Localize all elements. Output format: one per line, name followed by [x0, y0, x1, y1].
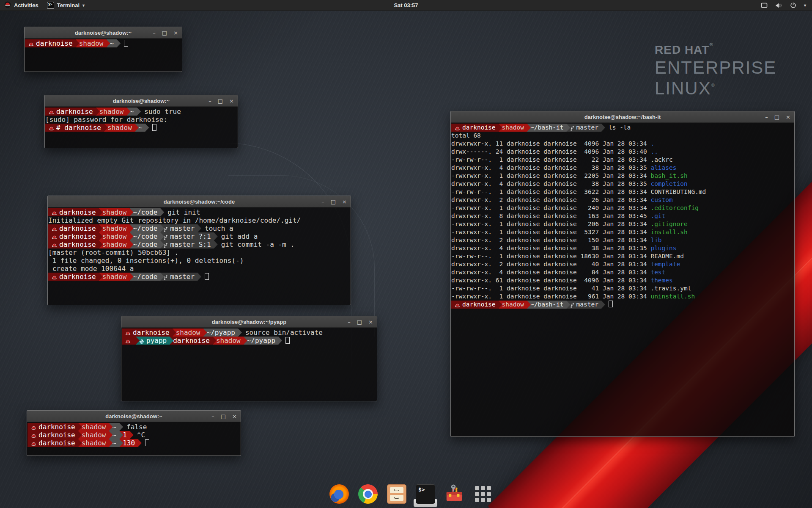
- minimize-button[interactable]: –: [348, 319, 351, 325]
- power-icon[interactable]: [790, 2, 796, 8]
- file-row: drwxrwxr-x. 2 darknoise darknoise 150 Ja…: [451, 236, 794, 244]
- terminal-content[interactable]: darknoiseshadow~/codegit initInitialized…: [48, 207, 351, 281]
- logo-brand: RED HAT: [655, 43, 709, 56]
- close-button[interactable]: ×: [786, 114, 790, 120]
- prompt-segment-user: darknoise: [27, 431, 82, 439]
- minimize-button[interactable]: –: [211, 414, 214, 419]
- terminal-window-code: darknoise@shadow:~/code –□× darknoisesha…: [47, 196, 351, 305]
- titlebar[interactable]: darknoise@shadow:~ –□×: [25, 27, 182, 39]
- prompt-segment-git: master: [567, 301, 605, 309]
- app-grid-icon: [473, 484, 493, 504]
- maximize-button[interactable]: □: [357, 319, 362, 325]
- volume-icon[interactable]: [775, 3, 782, 8]
- minimize-button[interactable]: –: [321, 199, 324, 204]
- terminal-mini-icon: $>: [47, 2, 54, 9]
- terminal-content[interactable]: darknoiseshadow~/bash-itmasterls -latota…: [451, 123, 794, 309]
- dock-files[interactable]: [387, 484, 406, 504]
- hat-icon: [455, 124, 460, 132]
- file-name: lib: [650, 237, 661, 243]
- file-name: custom: [650, 196, 672, 203]
- file-row: drwxrwxr-x. 2 darknoise darknoise 26 Jan…: [451, 196, 794, 204]
- prompt-line: darknoiseshadow~sudo true: [45, 108, 237, 116]
- file-name: .editorconfig: [650, 204, 699, 211]
- prompt-segment-git: master: [567, 124, 605, 132]
- file-name: install.sh: [650, 229, 687, 235]
- prompt-segment-user: darknoise: [451, 124, 502, 132]
- system-tray: ▾: [761, 0, 812, 11]
- prompt-segment-shadow: shadow: [96, 108, 131, 116]
- hat-icon: [31, 423, 36, 431]
- terminal-content[interactable]: darknoiseshadow~falsedarknoiseshadow~1^C…: [27, 422, 241, 447]
- logo-line3: LINUX: [655, 78, 711, 98]
- titlebar[interactable]: darknoise@shadow:~/bash-it –□×: [451, 111, 794, 123]
- maximize-button[interactable]: □: [774, 114, 779, 120]
- file-name: template: [650, 261, 680, 268]
- hat-icon: [125, 329, 131, 337]
- titlebar[interactable]: darknoise@shadow:~ –□×: [27, 411, 241, 422]
- prompt-line: # darknoiseshadow~: [45, 124, 237, 132]
- top-bar: Activities $> Terminal ▾ Sat 03:57 ▾: [0, 0, 812, 11]
- prompt-segment-user: darknoise: [48, 240, 103, 248]
- command-text: git add a: [214, 232, 258, 240]
- file-row: -rwxrwxr-x. 1 darknoise darknoise 206 Ja…: [451, 220, 794, 228]
- prompt-line: darknoiseshadow~/codemastertouch a: [48, 224, 350, 232]
- prompt-segment-path: ~/code: [130, 273, 165, 281]
- close-button[interactable]: ×: [229, 98, 234, 104]
- minimize-button[interactable]: –: [153, 30, 156, 36]
- terminal-window-pyapp: darknoise@shadow:~/pyapp –□× darknoisesh…: [121, 316, 377, 401]
- prompt-segment-shadow: shadow: [173, 329, 207, 337]
- activities-button[interactable]: Activities: [0, 0, 43, 11]
- maximize-button[interactable]: □: [221, 414, 226, 419]
- prompt-segment-shadow: shadow: [78, 439, 113, 447]
- close-button[interactable]: ×: [232, 414, 237, 419]
- prompt-line: darknoiseshadow~/codemaster S:1git commi…: [48, 240, 350, 248]
- file-meta: drwxrwxr-x. 4 darknoise darknoise 84 Jan…: [451, 269, 650, 276]
- prompt-segment-user: darknoise: [25, 39, 80, 47]
- minimize-button[interactable]: –: [208, 98, 211, 104]
- display-icon[interactable]: [761, 3, 768, 8]
- prompt-segment-git: master: [160, 224, 201, 232]
- titlebar[interactable]: darknoise@shadow:~/code –□×: [48, 196, 351, 207]
- terminal-window-bash-it: darknoise@shadow:~/bash-it –□× darknoise…: [450, 111, 795, 437]
- terminal-content[interactable]: darknoiseshadow~sudo true[sudo] password…: [45, 107, 238, 132]
- prompt-segment-shadow: shadow: [499, 301, 531, 309]
- dock-chrome[interactable]: [358, 484, 378, 504]
- clock[interactable]: Sat 03:57: [394, 2, 418, 8]
- maximize-button[interactable]: □: [331, 199, 336, 204]
- prompt-line: darknoiseshadow~: [25, 39, 181, 47]
- prompt-segment-user: darknoise: [451, 301, 502, 309]
- hat-icon: [49, 124, 54, 132]
- terminal-content[interactable]: darknoiseshadow~: [25, 39, 182, 47]
- titlebar[interactable]: darknoise@shadow:~/pyapp –□×: [121, 316, 377, 328]
- prompt-segment-git: master S:1: [160, 240, 217, 248]
- file-name: bash_it.sh: [650, 172, 687, 179]
- terminal-cursor: [285, 337, 290, 344]
- terminal-cursor: [609, 301, 613, 307]
- close-button[interactable]: ×: [368, 319, 373, 325]
- prompt-line: darknoiseshadow~/codegit init: [48, 208, 350, 216]
- command-text: sudo true: [137, 108, 181, 116]
- prompt-segment-path: ~/pyapp: [244, 337, 282, 345]
- caret-down-icon[interactable]: ▾: [804, 3, 806, 8]
- prompt-segment-shadow: shadow: [99, 232, 134, 240]
- file-meta: drwxrwxr-x. 2 darknoise darknoise 26 Jan…: [451, 196, 650, 203]
- app-menu-terminal[interactable]: $> Terminal ▾: [43, 0, 89, 11]
- dock-toolbox[interactable]: [444, 484, 464, 504]
- terminal-content[interactable]: darknoiseshadow~/pyappsource bin/activat…: [121, 328, 377, 345]
- dock-firefox[interactable]: [329, 484, 349, 504]
- prompt-segment-user: darknoise: [48, 273, 103, 281]
- prompt-segment-path: ~/code: [130, 232, 165, 240]
- minimize-button[interactable]: –: [765, 114, 768, 120]
- close-button[interactable]: ×: [342, 199, 347, 204]
- maximize-button[interactable]: □: [218, 98, 223, 104]
- maximize-button[interactable]: □: [162, 30, 167, 36]
- dock-app-grid[interactable]: [473, 484, 493, 504]
- close-button[interactable]: ×: [173, 30, 178, 36]
- prompt-segment-git: master: [160, 273, 201, 281]
- file-meta: -rw-rw-r--. 1 darknoise darknoise 3622 J…: [451, 188, 650, 195]
- titlebar[interactable]: darknoise@shadow:~ –□×: [45, 95, 238, 107]
- prompt-line: darknoiseshadow~1^C: [27, 431, 240, 439]
- dock-terminal[interactable]: $>: [416, 484, 435, 504]
- prompt-segment-shadow: shadow: [76, 39, 110, 47]
- file-row: drwxrwxr-x. 61 darknoise darknoise 4096 …: [451, 276, 794, 284]
